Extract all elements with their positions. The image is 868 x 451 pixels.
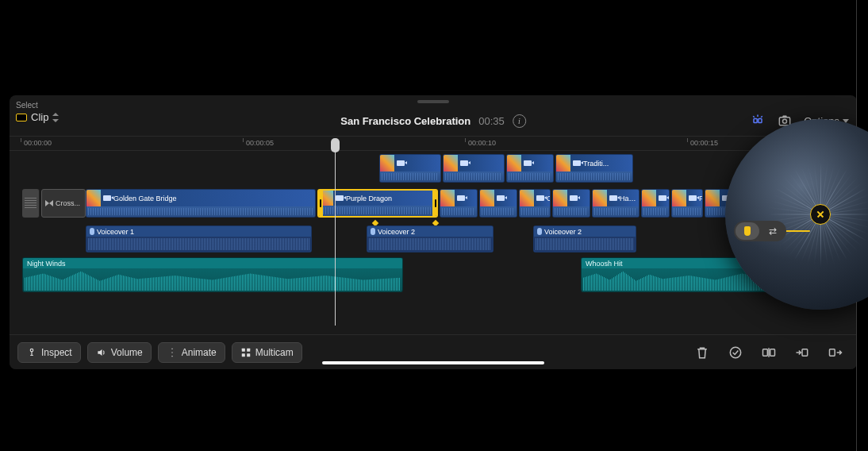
drag-handle[interactable] <box>417 100 449 103</box>
inspect-label: Inspect <box>41 347 72 358</box>
clip-body <box>455 190 477 206</box>
clip-thumbnail <box>507 155 521 172</box>
clip-thumbnail <box>556 155 570 172</box>
svg-rect-16 <box>763 349 768 355</box>
multicam-button[interactable]: Multicam <box>232 342 302 363</box>
clip-label: Purple Dragon <box>346 195 436 202</box>
updown-icon <box>52 113 59 122</box>
trim-handle-right[interactable] <box>432 191 438 216</box>
clip-mode-text: Clip <box>31 111 48 123</box>
svg-rect-12 <box>247 348 250 351</box>
jog-mode-swap[interactable]: ⇄ <box>761 222 785 240</box>
clip-body: C... <box>534 190 550 206</box>
video-clip[interactable]: C... <box>519 189 551 218</box>
clip-thumbnail <box>520 190 534 206</box>
home-indicator <box>322 361 544 364</box>
video-clip[interactable] <box>552 189 590 218</box>
camera-icon <box>536 195 544 201</box>
clip-waveform <box>86 206 315 217</box>
voiceover-clip[interactable]: Voiceover 2 <box>367 226 494 252</box>
video-clip[interactable] <box>479 189 517 218</box>
clip-body <box>656 190 669 206</box>
info-button[interactable]: i <box>513 114 526 128</box>
voiceover-clip[interactable]: Voiceover 1 <box>86 226 312 252</box>
jog-mode-toggle[interactable]: ⇄ <box>734 221 786 241</box>
clip-label: Happy... <box>620 195 639 202</box>
camera-icon <box>497 195 505 201</box>
volume-label: Volume <box>111 347 143 358</box>
insert-button[interactable] <box>789 341 816 364</box>
svg-rect-10 <box>171 355 173 357</box>
inspect-button[interactable]: Inspect <box>17 342 81 363</box>
clip-label: Voiceover 2 <box>544 228 582 236</box>
clip-header: Voiceover 1 <box>86 226 311 237</box>
swap-icon: ⇄ <box>769 226 777 237</box>
video-clip[interactable] <box>443 154 505 183</box>
clip-header: Voiceover 2 <box>534 226 636 237</box>
transition-clip[interactable]: Cross... <box>41 189 86 218</box>
svg-rect-8 <box>171 348 173 349</box>
clip-waveform <box>444 172 504 182</box>
clip-waveform <box>593 206 639 217</box>
delete-button[interactable] <box>689 341 716 364</box>
clip-waveform <box>367 237 493 252</box>
svg-rect-13 <box>242 353 245 357</box>
microphone-icon <box>371 228 375 235</box>
clip-thumbnail <box>86 190 101 206</box>
clip-body <box>394 155 440 172</box>
clip-waveform <box>86 237 311 252</box>
clip-mode-selector[interactable]: Clip <box>16 111 59 123</box>
audio-clip[interactable]: Night Winds <box>22 257 403 292</box>
camera-icon <box>689 195 697 201</box>
clip-body <box>521 155 553 172</box>
clip-waveform <box>319 206 436 216</box>
clip-body <box>567 190 590 206</box>
volume-button[interactable]: Volume <box>87 342 152 363</box>
animate-button[interactable]: Animate <box>158 342 225 363</box>
clip-body: Happy... <box>607 190 639 206</box>
video-clip[interactable]: Golden Gate Bridge <box>86 189 316 218</box>
trim-handle-left[interactable] <box>317 191 323 216</box>
svg-line-4 <box>761 116 762 118</box>
video-clip[interactable] <box>641 189 670 218</box>
clip-label: Pa... <box>699 195 702 202</box>
camera-icon <box>570 195 578 201</box>
split-button[interactable] <box>755 341 782 364</box>
jog-wheel-disc[interactable] <box>725 119 868 310</box>
video-clip[interactable]: Pa... <box>671 189 703 218</box>
enable-button[interactable] <box>722 341 749 364</box>
ruler-tick: 00:00:15 <box>690 139 718 147</box>
video-clip[interactable] <box>440 189 478 218</box>
video-clip[interactable]: Happy... <box>592 189 639 218</box>
animate-icon <box>167 347 178 358</box>
clip-label: C... <box>547 195 550 202</box>
video-clip[interactable] <box>506 154 554 183</box>
clip-body <box>458 155 504 172</box>
jog-wheel[interactable] <box>725 119 868 310</box>
video-clip[interactable]: Traditi... <box>555 154 633 183</box>
clip-thumbnail <box>380 155 394 172</box>
playhead-knob[interactable] <box>331 138 340 152</box>
voiceover-clip[interactable]: Voiceover 2 <box>533 226 636 252</box>
inspect-icon <box>26 347 37 358</box>
jog-wheel-close-button[interactable] <box>810 204 831 225</box>
clip-waveform <box>440 206 477 217</box>
clip-thumbnail <box>672 190 686 206</box>
overwrite-button[interactable] <box>822 341 849 364</box>
playhead[interactable] <box>335 151 336 326</box>
clip-waveform <box>672 206 702 217</box>
clip-thumbnail <box>480 190 494 206</box>
volume-icon <box>96 347 107 358</box>
jog-mode-position[interactable] <box>735 222 759 240</box>
clip-thumbnail <box>553 190 567 206</box>
project-duration: 00:35 <box>478 115 505 127</box>
multicam-icon <box>240 347 252 358</box>
video-clip[interactable] <box>379 154 441 183</box>
camera-icon <box>336 195 344 201</box>
clip-icon <box>16 114 27 121</box>
camera-icon <box>609 195 617 201</box>
project-title: San Francisco Celebration <box>340 115 470 127</box>
camera-icon <box>659 195 666 201</box>
callout-line <box>856 302 857 451</box>
storyline-grip[interactable] <box>22 189 40 218</box>
